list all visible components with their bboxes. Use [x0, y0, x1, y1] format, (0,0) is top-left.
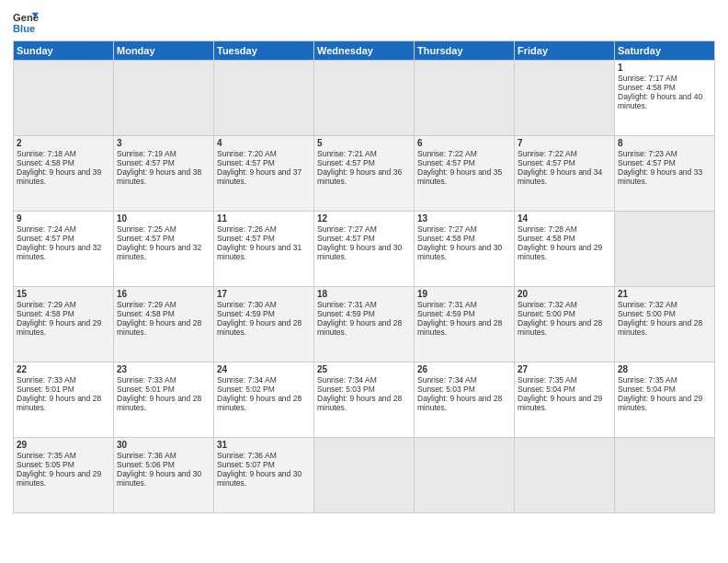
logo-icon: General Blue [13, 9, 39, 35]
col-header-wednesday: Wednesday [314, 41, 415, 61]
daylight-label: Daylight: 9 hours and 38 minutes. [117, 167, 201, 186]
sunset-label: Sunset: 4:58 PM [618, 83, 676, 92]
day-number: 5 [317, 138, 411, 148]
sunset-label: Sunset: 4:58 PM [417, 234, 475, 243]
sunset-label: Sunset: 4:57 PM [17, 234, 74, 243]
col-header-tuesday: Tuesday [214, 41, 314, 61]
sunset-label: Sunset: 4:57 PM [518, 158, 575, 167]
daylight-label: Daylight: 9 hours and 29 minutes. [17, 469, 101, 488]
day-cell: 26Sunrise: 7:34 AMSunset: 5:03 PMDayligh… [415, 362, 515, 438]
sunrise-label: Sunrise: 7:30 AM [217, 300, 277, 309]
day-cell: 22Sunrise: 7:33 AMSunset: 5:01 PMDayligh… [14, 362, 114, 438]
sunrise-label: Sunrise: 7:31 AM [417, 300, 477, 309]
day-cell: 14Sunrise: 7:28 AMSunset: 4:58 PMDayligh… [515, 212, 615, 287]
daylight-label: Daylight: 9 hours and 28 minutes. [518, 318, 602, 337]
sunrise-label: Sunrise: 7:31 AM [317, 300, 377, 309]
col-header-thursday: Thursday [415, 41, 515, 61]
day-number: 18 [317, 289, 411, 299]
daylight-label: Daylight: 9 hours and 35 minutes. [417, 167, 502, 186]
calendar-table: SundayMondayTuesdayWednesdayThursdayFrid… [13, 40, 715, 513]
header: General Blue [13, 9, 715, 35]
day-cell [615, 212, 715, 287]
day-cell [314, 61, 415, 136]
sunrise-label: Sunrise: 7:35 AM [17, 451, 76, 460]
sunset-label: Sunset: 4:57 PM [317, 158, 375, 167]
day-cell: 4Sunrise: 7:20 AMSunset: 4:57 PMDaylight… [214, 136, 314, 212]
sunset-label: Sunset: 4:58 PM [17, 158, 74, 167]
day-cell: 2Sunrise: 7:18 AMSunset: 4:58 PMDaylight… [14, 136, 114, 212]
day-number: 17 [217, 289, 311, 299]
daylight-label: Daylight: 9 hours and 29 minutes. [17, 318, 101, 337]
day-number: 19 [417, 289, 511, 299]
sunrise-label: Sunrise: 7:20 AM [217, 149, 277, 158]
day-number: 2 [17, 138, 110, 148]
day-cell: 3Sunrise: 7:19 AMSunset: 4:57 PMDaylight… [114, 136, 214, 212]
sunset-label: Sunset: 4:58 PM [17, 309, 74, 318]
daylight-label: Daylight: 9 hours and 30 minutes. [417, 243, 502, 261]
day-number: 12 [317, 213, 411, 224]
sunrise-label: Sunrise: 7:32 AM [618, 300, 677, 309]
day-cell: 1Sunrise: 7:17 AMSunset: 4:58 PMDaylight… [615, 61, 715, 136]
day-cell: 15Sunrise: 7:29 AMSunset: 4:58 PMDayligh… [14, 287, 114, 362]
daylight-label: Daylight: 9 hours and 28 minutes. [317, 318, 402, 337]
daylight-label: Daylight: 9 hours and 29 minutes. [518, 243, 602, 261]
sunrise-label: Sunrise: 7:32 AM [518, 300, 577, 309]
sunset-label: Sunset: 5:01 PM [117, 385, 175, 394]
day-number: 13 [417, 213, 511, 224]
day-cell [615, 438, 715, 513]
sunrise-label: Sunrise: 7:35 AM [518, 375, 577, 385]
day-cell: 8Sunrise: 7:23 AMSunset: 4:57 PMDaylight… [615, 136, 715, 212]
sunrise-label: Sunrise: 7:19 AM [117, 149, 176, 158]
daylight-label: Daylight: 9 hours and 40 minutes. [618, 92, 702, 110]
daylight-label: Daylight: 9 hours and 33 minutes. [618, 167, 702, 186]
day-cell: 16Sunrise: 7:29 AMSunset: 4:58 PMDayligh… [114, 287, 214, 362]
sunset-label: Sunset: 4:57 PM [217, 158, 275, 167]
sunset-label: Sunset: 4:59 PM [217, 309, 275, 318]
day-cell: 5Sunrise: 7:21 AMSunset: 4:57 PMDaylight… [314, 136, 415, 212]
logo: General Blue [13, 9, 39, 35]
daylight-label: Daylight: 9 hours and 28 minutes. [117, 318, 201, 337]
day-cell: 20Sunrise: 7:32 AMSunset: 5:00 PMDayligh… [515, 287, 615, 362]
day-cell: 25Sunrise: 7:34 AMSunset: 5:03 PMDayligh… [314, 362, 415, 438]
daylight-label: Daylight: 9 hours and 28 minutes. [618, 318, 702, 337]
sunrise-label: Sunrise: 7:21 AM [317, 149, 377, 158]
col-header-friday: Friday [515, 41, 615, 61]
day-number: 8 [618, 138, 711, 148]
day-cell: 23Sunrise: 7:33 AMSunset: 5:01 PMDayligh… [114, 362, 214, 438]
day-cell [14, 61, 114, 136]
sunrise-label: Sunrise: 7:29 AM [17, 300, 76, 309]
sunset-label: Sunset: 4:57 PM [117, 158, 175, 167]
sunset-label: Sunset: 4:57 PM [217, 234, 275, 243]
day-number: 6 [417, 138, 511, 148]
week-row-2: 2Sunrise: 7:18 AMSunset: 4:58 PMDaylight… [14, 136, 715, 212]
sunrise-label: Sunrise: 7:25 AM [117, 224, 176, 234]
sunset-label: Sunset: 5:01 PM [17, 385, 74, 394]
day-cell: 6Sunrise: 7:22 AMSunset: 4:57 PMDaylight… [415, 136, 515, 212]
day-number: 9 [17, 213, 110, 224]
header-row: SundayMondayTuesdayWednesdayThursdayFrid… [14, 41, 715, 61]
sunset-label: Sunset: 5:06 PM [117, 460, 175, 469]
week-row-6: 29Sunrise: 7:35 AMSunset: 5:05 PMDayligh… [14, 438, 715, 513]
day-cell: 9Sunrise: 7:24 AMSunset: 4:57 PMDaylight… [14, 212, 114, 287]
sunset-label: Sunset: 5:00 PM [618, 309, 676, 318]
day-cell [314, 438, 415, 513]
sunrise-label: Sunrise: 7:23 AM [618, 149, 677, 158]
day-number: 21 [618, 289, 711, 299]
sunset-label: Sunset: 4:58 PM [117, 309, 175, 318]
sunset-label: Sunset: 4:58 PM [518, 234, 575, 243]
daylight-label: Daylight: 9 hours and 32 minutes. [117, 243, 201, 261]
day-cell: 7Sunrise: 7:22 AMSunset: 4:57 PMDaylight… [515, 136, 615, 212]
daylight-label: Daylight: 9 hours and 30 minutes. [217, 469, 301, 488]
day-number: 16 [117, 289, 210, 299]
sunset-label: Sunset: 5:04 PM [518, 385, 575, 394]
day-cell [515, 438, 615, 513]
day-number: 15 [17, 289, 110, 299]
daylight-label: Daylight: 9 hours and 36 minutes. [317, 167, 402, 186]
day-cell: 29Sunrise: 7:35 AMSunset: 5:05 PMDayligh… [14, 438, 114, 513]
daylight-label: Daylight: 9 hours and 28 minutes. [217, 394, 301, 412]
day-cell: 19Sunrise: 7:31 AMSunset: 4:59 PMDayligh… [415, 287, 515, 362]
sunset-label: Sunset: 4:57 PM [317, 234, 375, 243]
sunset-label: Sunset: 4:59 PM [317, 309, 375, 318]
sunset-label: Sunset: 5:05 PM [17, 460, 74, 469]
daylight-label: Daylight: 9 hours and 28 minutes. [117, 394, 201, 412]
